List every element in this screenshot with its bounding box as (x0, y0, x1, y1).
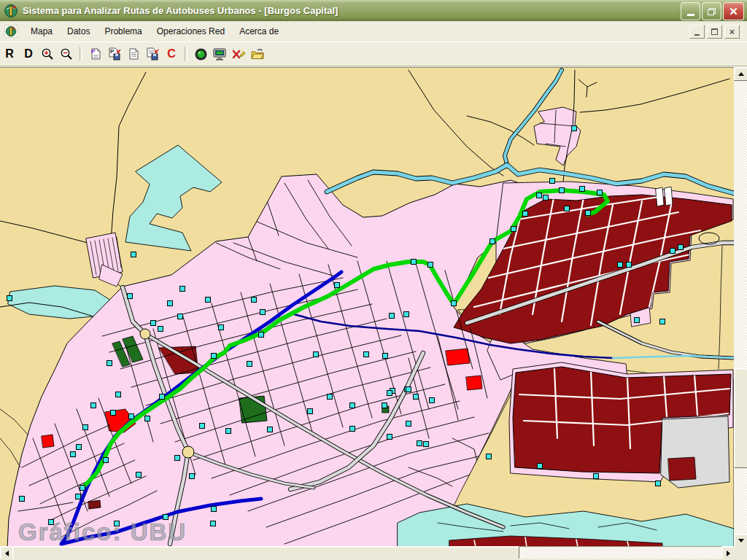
network-node[interactable] (226, 429, 231, 434)
menu-item-problema[interactable]: Problema (97, 23, 149, 39)
network-node[interactable] (91, 403, 96, 408)
network-node[interactable] (404, 312, 409, 317)
network-node[interactable] (168, 301, 173, 306)
network-node[interactable] (131, 252, 136, 257)
open-folder-button[interactable] (249, 45, 266, 63)
network-node[interactable] (116, 392, 121, 397)
network-node[interactable] (247, 362, 252, 367)
network-node[interactable] (550, 179, 555, 184)
network-node[interactable] (627, 262, 632, 268)
network-node[interactable] (572, 126, 577, 131)
network-node[interactable] (618, 262, 623, 268)
network-node[interactable] (565, 206, 570, 211)
vertical-scroll-thumb[interactable] (734, 368, 747, 468)
scroll-up-button[interactable] (734, 67, 747, 81)
network-node[interactable] (430, 398, 435, 403)
network-node[interactable] (260, 310, 266, 315)
mdi-minimize-button[interactable] (689, 25, 705, 39)
menu-item-acerca-de[interactable]: Acerca de (232, 23, 286, 39)
r-tool-button[interactable]: R (1, 45, 18, 63)
network-node[interactable] (390, 314, 395, 319)
network-node[interactable] (660, 319, 665, 324)
network-node[interactable] (190, 474, 195, 479)
network-node[interactable] (452, 301, 457, 306)
network-node[interactable] (387, 435, 392, 440)
network-node[interactable] (20, 497, 25, 502)
network-node[interactable] (560, 188, 565, 193)
mdi-close-button[interactable]: × (724, 25, 740, 39)
network-node[interactable] (212, 507, 217, 512)
network-node[interactable] (104, 458, 109, 463)
c-tool-button[interactable]: C (163, 45, 180, 63)
network-node[interactable] (268, 427, 273, 432)
network-node[interactable] (511, 227, 516, 232)
network-node[interactable] (335, 283, 340, 288)
network-globe-button[interactable] (192, 45, 209, 63)
network-node[interactable] (76, 494, 81, 499)
network-node[interactable] (670, 249, 676, 254)
menu-item-mapa[interactable]: Mapa (23, 23, 60, 39)
d-tool-button[interactable]: D (20, 45, 37, 63)
network-node[interactable] (487, 454, 492, 459)
network-node[interactable] (383, 354, 388, 359)
close-button[interactable]: ✕ (723, 2, 744, 20)
network-node[interactable] (178, 314, 183, 319)
network-node[interactable] (80, 486, 85, 491)
network-node[interactable] (656, 481, 661, 486)
network-node[interactable] (211, 521, 216, 526)
map-canvas[interactable]: Gráfico: UBU (0, 68, 734, 547)
network-node[interactable] (424, 442, 429, 447)
network-node[interactable] (219, 325, 224, 330)
network-node[interactable] (406, 421, 411, 427)
network-node[interactable] (200, 424, 205, 429)
problem-doc-button[interactable]: P (87, 45, 104, 63)
network-node[interactable] (158, 327, 163, 332)
network-node[interactable] (387, 391, 392, 396)
network-node[interactable] (180, 287, 185, 292)
network-node[interactable] (350, 427, 355, 432)
network-node[interactable] (350, 403, 355, 408)
network-node[interactable] (597, 190, 603, 195)
network-node[interactable] (71, 452, 76, 457)
menu-item-operaciones-red[interactable]: Operaciones Red (150, 23, 232, 39)
map-viewport[interactable]: Gráfico: UBU (0, 67, 734, 547)
network-node[interactable] (538, 464, 543, 469)
network-node[interactable] (111, 411, 116, 416)
network-node[interactable] (414, 394, 419, 400)
network-node[interactable] (523, 211, 528, 217)
network-node[interactable] (128, 294, 133, 299)
network-node[interactable] (417, 441, 422, 446)
problem-save-button[interactable]: P (106, 45, 123, 63)
mdi-restore-button[interactable] (707, 25, 722, 39)
delete-edit-button[interactable] (230, 45, 247, 63)
menu-item-datos[interactable]: Datos (60, 23, 97, 39)
zoom-out-button[interactable] (58, 45, 75, 63)
network-node[interactable] (537, 193, 542, 198)
network-node[interactable] (308, 409, 313, 414)
network-node[interactable] (428, 262, 433, 268)
network-node[interactable] (212, 354, 217, 359)
network-node[interactable] (136, 472, 142, 478)
network-node[interactable] (635, 318, 640, 323)
network-node[interactable] (145, 416, 150, 421)
network-node[interactable] (7, 296, 12, 301)
network-node[interactable] (77, 445, 82, 450)
screen-view-button[interactable] (211, 45, 228, 63)
zoom-in-button[interactable] (39, 45, 56, 63)
minimize-button[interactable] (681, 2, 700, 20)
network-node[interactable] (151, 321, 156, 326)
network-node[interactable] (252, 298, 257, 303)
network-node[interactable] (586, 211, 591, 216)
restore-button[interactable] (702, 2, 721, 20)
network-node[interactable] (382, 403, 387, 408)
network-node[interactable] (259, 332, 264, 338)
network-node[interactable] (328, 394, 333, 400)
network-node[interactable] (175, 456, 180, 461)
data-save-button[interactable] (144, 45, 161, 63)
network-node[interactable] (129, 414, 134, 419)
network-node[interactable] (678, 245, 684, 250)
data-doc-button[interactable] (125, 45, 142, 63)
vertical-scrollbar[interactable] (734, 67, 747, 546)
network-node[interactable] (364, 352, 369, 357)
network-node[interactable] (107, 361, 112, 366)
